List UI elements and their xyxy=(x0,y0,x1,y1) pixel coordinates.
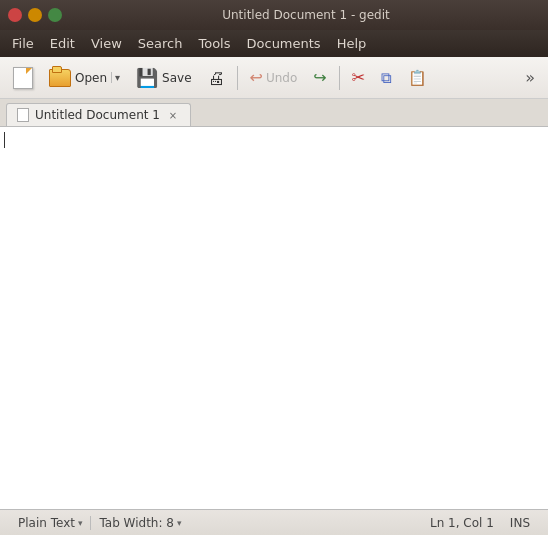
copy-icon: ⧉ xyxy=(381,69,392,87)
redo-button[interactable]: ↪ xyxy=(306,63,333,92)
undo-arrow-icon: ↩ xyxy=(250,68,263,87)
window-title: Untitled Document 1 - gedit xyxy=(72,8,540,22)
cursor-position: Ln 1, Col 1 xyxy=(422,516,502,530)
redo-arrow-icon: ↪ xyxy=(313,68,326,87)
editor-area[interactable] xyxy=(0,127,548,509)
tabbar: Untitled Document 1 × xyxy=(0,99,548,127)
tab-close-button[interactable]: × xyxy=(166,108,180,122)
new-document-icon xyxy=(13,67,33,89)
save-icon: 💾 xyxy=(136,67,158,88)
paste-button[interactable]: 📋 xyxy=(401,64,434,92)
window-controls xyxy=(8,8,62,22)
open-button[interactable]: Open ▾ xyxy=(42,64,127,92)
insert-mode: INS xyxy=(502,516,538,530)
ins-label: INS xyxy=(510,516,530,530)
tab-label: Untitled Document 1 xyxy=(35,108,160,122)
maximize-window-button[interactable] xyxy=(48,8,62,22)
print-button[interactable]: 🖨 xyxy=(201,63,232,93)
open-label: Open xyxy=(75,71,107,85)
more-icon: » xyxy=(525,68,535,87)
close-window-button[interactable] xyxy=(8,8,22,22)
menu-help[interactable]: Help xyxy=(329,33,375,54)
tab-width-dropdown-icon: ▾ xyxy=(177,518,182,528)
menubar: File Edit View Search Tools Documents He… xyxy=(0,30,548,57)
open-folder-icon xyxy=(49,69,71,87)
toolbar-separator-2 xyxy=(339,66,340,90)
text-cursor xyxy=(4,132,5,148)
menu-tools[interactable]: Tools xyxy=(190,33,238,54)
undo-button[interactable]: ↩ Undo xyxy=(243,63,305,92)
toolbar: Open ▾ 💾 Save 🖨 ↩ Undo ↪ ✂ ⧉ 📋 » xyxy=(0,57,548,99)
menu-view[interactable]: View xyxy=(83,33,130,54)
tab-width-label: Tab Width: 8 xyxy=(99,516,173,530)
save-label: Save xyxy=(162,71,191,85)
language-selector[interactable]: Plain Text ▾ xyxy=(10,516,90,530)
tab-document-icon xyxy=(17,108,29,122)
menu-edit[interactable]: Edit xyxy=(42,33,83,54)
print-icon: 🖨 xyxy=(208,68,225,88)
cut-icon: ✂ xyxy=(352,68,365,87)
menu-search[interactable]: Search xyxy=(130,33,191,54)
tab-width-selector[interactable]: Tab Width: 8 ▾ xyxy=(91,516,189,530)
titlebar: Untitled Document 1 - gedit xyxy=(0,0,548,30)
paste-icon: 📋 xyxy=(408,69,427,87)
language-dropdown-icon: ▾ xyxy=(78,518,83,528)
language-label: Plain Text xyxy=(18,516,75,530)
save-button[interactable]: 💾 Save xyxy=(129,62,198,93)
undo-label: Undo xyxy=(266,71,297,85)
menu-file[interactable]: File xyxy=(4,33,42,54)
statusbar: Plain Text ▾ Tab Width: 8 ▾ Ln 1, Col 1 … xyxy=(0,509,548,535)
menu-documents[interactable]: Documents xyxy=(239,33,329,54)
new-button[interactable] xyxy=(6,62,40,94)
more-toolbar-button[interactable]: » xyxy=(518,63,542,92)
position-label: Ln 1, Col 1 xyxy=(430,516,494,530)
toolbar-separator-1 xyxy=(237,66,238,90)
minimize-window-button[interactable] xyxy=(28,8,42,22)
open-dropdown-arrow[interactable]: ▾ xyxy=(111,72,120,83)
cut-button[interactable]: ✂ xyxy=(345,63,372,92)
copy-button[interactable]: ⧉ xyxy=(374,64,399,92)
document-tab[interactable]: Untitled Document 1 × xyxy=(6,103,191,126)
